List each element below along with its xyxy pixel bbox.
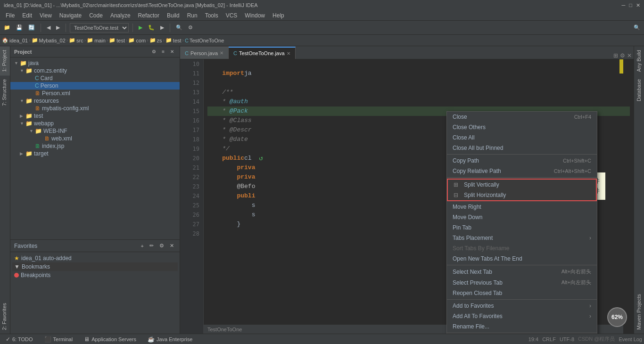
ctx-copy-path[interactable]: Copy Path Ctrl+Shift+C [447, 156, 597, 166]
any-build-tab[interactable]: Any Build [634, 46, 644, 75]
ctx-pin-tab[interactable]: Pin Tab [447, 222, 597, 233]
menu-tools[interactable]: Tools [201, 11, 222, 20]
save-btn[interactable]: 💾 [14, 24, 25, 32]
ctx-rename-file[interactable]: Rename File... [447, 321, 597, 332]
close-btn[interactable]: ✕ [636, 2, 640, 8]
menu-analyze[interactable]: Analyze [107, 11, 134, 20]
maven-tab[interactable]: Maven Projects [634, 290, 644, 334]
tab-personjava[interactable]: C Person.java ✕ [180, 47, 229, 59]
ctx-close-others[interactable]: Close Others [447, 122, 597, 132]
favorites-add-btn[interactable]: + [139, 242, 146, 250]
open-btn[interactable]: 📁 [2, 24, 12, 32]
maximize-btn[interactable]: □ [629, 2, 632, 8]
fav-bookmarks[interactable]: ▼ Bookmarks [12, 262, 178, 271]
nav-src[interactable]: 📁 src [69, 37, 83, 43]
menu-build[interactable]: Build [163, 11, 183, 20]
ctx-close-all-pinned[interactable]: Close All but Pinned [447, 143, 597, 153]
nav-mybatis02[interactable]: 📁 Mybatis_02 [32, 37, 66, 43]
ctx-add-to-favorites[interactable]: Add to Favorites › [447, 301, 597, 311]
run-btn[interactable]: ▶ [137, 24, 144, 32]
nav-main[interactable]: 📁 main [87, 37, 106, 43]
menu-window[interactable]: Window [241, 11, 269, 20]
menu-edit[interactable]: Edit [18, 11, 36, 20]
menu-refactor[interactable]: Refactor [134, 11, 163, 20]
nav-test[interactable]: 📁 test [109, 37, 125, 43]
menu-help[interactable]: Help [269, 11, 288, 20]
database-tab[interactable]: Database [634, 75, 644, 105]
project-close-btn[interactable]: ✕ [168, 48, 176, 55]
ctx-select-next-tab[interactable]: Select Next Tab Alt+向右箭头 [447, 266, 597, 277]
nav-test2[interactable]: 📁 test [165, 37, 182, 43]
java-enterprise-tab[interactable]: ☕ Java Enterprise [144, 335, 196, 344]
code-editor[interactable]: 10 11 12 13 14 15 16 17 18 19 20 21 22 2… [180, 59, 634, 334]
search-everywhere-btn[interactable]: 🔍 [174, 24, 184, 32]
ctx-reopen-tab[interactable]: Reopen Closed Tab [447, 288, 597, 298]
ctx-move-down[interactable]: Move Down [447, 212, 597, 222]
terminal-tab[interactable]: ⬛ Terminal [41, 335, 77, 344]
tab-test-close[interactable]: ✕ [287, 51, 290, 56]
tree-mybatisconfig[interactable]: ▶ 🗎 mybatis-config.xml [10, 105, 180, 112]
ctx-split-vertically[interactable]: ⊞ Split Vertically [448, 180, 596, 190]
menu-view[interactable]: View [36, 11, 56, 20]
tab-close-btn[interactable]: ✕ [627, 52, 632, 59]
ctx-copy-relative-path[interactable]: Copy Relative Path Ctrl+Alt+Shift+C [447, 166, 597, 176]
minimize-btn[interactable]: ─ [622, 2, 626, 8]
ctx-add-all-favorites[interactable]: Add All To Favorites › [447, 311, 597, 321]
tab-settings-btn[interactable]: ⚙ [620, 52, 625, 59]
nav-file[interactable]: C TestOneToOne [185, 38, 224, 43]
favorites-close-btn[interactable]: ✕ [168, 242, 176, 250]
tree-personxml[interactable]: ▶ 🗎 Person.xml [10, 90, 180, 97]
nav-idea01[interactable]: 🏠 idea_01 [2, 37, 28, 43]
favorites-edit-btn[interactable]: ✏ [148, 242, 156, 250]
fav-idea01[interactable]: ★ idea_01 auto-added [12, 254, 178, 262]
nav-com[interactable]: 📁 com [128, 37, 146, 43]
app-servers-tab[interactable]: 🖥 Application Servers [80, 335, 140, 344]
tree-resources[interactable]: ▼ 📁 resources [10, 97, 180, 105]
ctx-select-prev-tab[interactable]: Select Previous Tab Alt+向左箭头 [447, 277, 597, 288]
menu-run[interactable]: Run [183, 11, 201, 20]
tree-target[interactable]: ▶ 📁 target [10, 150, 180, 157]
favorites-side-tab[interactable]: 2: Favorites [0, 299, 10, 334]
menu-code[interactable]: Code [85, 11, 107, 20]
menu-file[interactable]: File [2, 11, 18, 20]
ctx-split-horizontally[interactable]: ⊟ Split Horizontally [448, 190, 596, 200]
menu-vcs[interactable]: VCS [222, 11, 241, 20]
tree-person[interactable]: ▶ C Person [10, 82, 180, 90]
tree-entity[interactable]: ▼ 📁 com.zs.entity [10, 67, 180, 74]
ctx-close[interactable]: Close Ctrl+F4 [447, 112, 597, 122]
project-collapse-btn[interactable]: ≡ [160, 48, 166, 55]
structure-tab[interactable]: 7: Structure [0, 75, 10, 110]
tree-webxml[interactable]: ▶ 🗎 web.xml [10, 135, 180, 142]
fav-breakpoints-label: Breakpoints [21, 272, 50, 278]
tab-person-close[interactable]: ✕ [220, 50, 223, 56]
fwd-btn[interactable]: ▶ [54, 24, 62, 32]
coverage-btn[interactable]: ▶ [158, 24, 166, 32]
tree-indexjsp[interactable]: ▶ 🗎 index.jsp [10, 142, 180, 150]
debug-btn[interactable]: 🐛 [146, 24, 157, 32]
fav-breakpoints[interactable]: Breakpoints [12, 271, 178, 279]
tree-java[interactable]: ▼ 📁 java [10, 59, 180, 67]
run-config-selector[interactable]: TestOneToOne.test [70, 23, 129, 33]
tab-split-btn[interactable]: ⊞ [613, 52, 618, 59]
favorites-settings-btn[interactable]: ⚙ [157, 242, 166, 250]
ctx-close-all[interactable]: Close All [447, 132, 597, 143]
todo-tab[interactable]: ✓ 6: TODO [2, 335, 37, 344]
back-btn[interactable]: ◀ [45, 24, 52, 32]
search-btn[interactable]: 🔍 [632, 24, 642, 32]
event-log-btn[interactable]: Event Log [619, 336, 642, 342]
tree-test[interactable]: ▶ 📁 test [10, 112, 180, 120]
tree-card[interactable]: ▶ C Card [10, 74, 180, 82]
ctx-tabs-placement[interactable]: Tabs Placement › [447, 233, 597, 243]
sync-btn[interactable]: 🔄 [26, 24, 37, 32]
line-10: 10 [188, 59, 199, 69]
ctx-move-right[interactable]: Move Right [447, 202, 597, 212]
project-settings-btn[interactable]: ⚙ [150, 48, 158, 55]
project-tab[interactable]: 1: Project [0, 46, 10, 75]
settings-btn[interactable]: ⚙ [186, 24, 195, 32]
ctx-open-new-tabs[interactable]: Open New Tabs At The End [447, 254, 597, 264]
nav-zs[interactable]: 📁 zs [149, 37, 162, 43]
tree-webinf[interactable]: ▼ 📁 WEB-INF [10, 127, 180, 135]
tab-testonetoone[interactable]: C TestOneToOne.java ✕ [229, 47, 296, 59]
menu-navigate[interactable]: Navigate [56, 11, 85, 20]
tree-webapp[interactable]: ▼ 📁 webapp [10, 120, 180, 127]
